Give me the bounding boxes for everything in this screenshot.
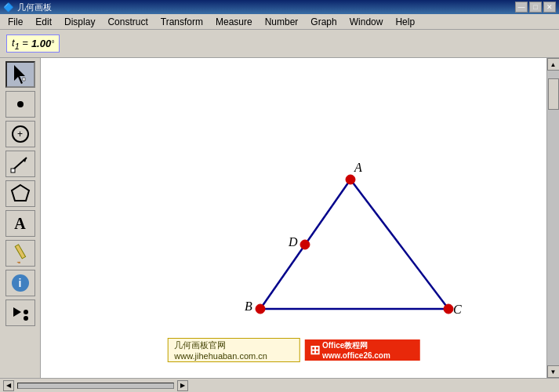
svg-point-9	[24, 310, 28, 314]
t1-parameter-box[interactable]: t1 = 1.00 °	[6, 34, 60, 53]
toolbar: t1 = 1.00 °	[0, 30, 559, 58]
status-bar: ◀ ▶	[0, 378, 559, 392]
t1-label: t1 =	[12, 37, 28, 51]
menu-bar: File Edit Display Construct Transform Me…	[0, 14, 559, 30]
svg-marker-0	[14, 65, 25, 84]
title-bar-controls[interactable]: — □ ✕	[515, 2, 556, 13]
canvas-area[interactable]: A B C D 几何画板官网www.jihehuaban.com.cn ⊞ Of…	[41, 58, 546, 378]
svg-marker-8	[13, 307, 21, 317]
menu-measure[interactable]: Measure	[209, 15, 259, 29]
horizontal-scroll-track[interactable]	[17, 383, 174, 389]
close-button[interactable]: ✕	[543, 2, 556, 13]
t1-unit: °	[51, 39, 54, 48]
menu-file[interactable]: File	[2, 15, 29, 29]
label-A: A	[354, 161, 362, 174]
title-bar: 🔷 几何画板 — □ ✕	[0, 0, 559, 14]
point-A[interactable]	[346, 175, 355, 184]
main-area: + A i	[0, 58, 559, 378]
menu-edit[interactable]: Edit	[29, 15, 58, 29]
menu-construct[interactable]: Construct	[101, 15, 154, 29]
svg-point-10	[24, 316, 28, 321]
point-icon	[17, 101, 24, 107]
menu-number[interactable]: Number	[259, 15, 305, 29]
compass-icon: +	[12, 125, 29, 143]
animate-icon	[10, 304, 31, 321]
geometry-svg: A B C D	[41, 58, 546, 378]
pencil-icon	[11, 243, 30, 263]
svg-rect-6	[15, 245, 25, 259]
select-tool[interactable]	[5, 61, 35, 88]
office-badge: ⊞ Office教程网 www.office26.com	[305, 339, 420, 361]
svg-marker-5	[12, 185, 29, 201]
info-tool[interactable]: i	[5, 270, 35, 296]
label-B: B	[245, 299, 252, 313]
menu-display[interactable]: Display	[58, 15, 101, 29]
menu-window[interactable]: Window	[343, 15, 390, 29]
scroll-thumb-right[interactable]	[548, 78, 559, 110]
right-scrollbar[interactable]: ▲ ▼	[546, 58, 559, 378]
svg-rect-4	[11, 169, 15, 172]
point-D[interactable]	[300, 240, 310, 249]
office-badge-text: Office教程网 www.office26.com	[322, 340, 416, 360]
maximize-button[interactable]: □	[529, 2, 542, 13]
left-toolbar: + A i	[0, 58, 41, 378]
animate-tool[interactable]	[5, 299, 35, 326]
pencil-tool[interactable]	[5, 240, 35, 267]
menu-transform[interactable]: Transform	[154, 15, 209, 29]
scroll-right-button[interactable]: ▶	[177, 380, 188, 391]
text-icon: A	[14, 215, 25, 233]
line-tool[interactable]	[5, 151, 35, 177]
title-text: 几何画板	[17, 2, 52, 13]
title-bar-left: 🔷 几何画板	[3, 2, 52, 13]
t1-value: 1.00	[31, 38, 51, 49]
scroll-up-button[interactable]: ▲	[547, 58, 560, 71]
label-C: C	[453, 303, 462, 316]
status-left: ◀ ▶	[3, 380, 188, 391]
scroll-down-button[interactable]: ▼	[547, 365, 560, 378]
point-B[interactable]	[256, 304, 265, 314]
svg-marker-7	[16, 260, 21, 263]
watermark-text: 几何画板官网www.jihehuaban.com.cn	[167, 338, 300, 362]
polygon-tool[interactable]	[5, 180, 35, 207]
compass-tool[interactable]: +	[5, 121, 35, 147]
point-C[interactable]	[444, 304, 453, 314]
scroll-left-button[interactable]: ◀	[3, 380, 14, 391]
svg-marker-1	[23, 78, 25, 81]
menu-graph[interactable]: Graph	[304, 15, 343, 29]
polygon-icon	[9, 183, 31, 205]
point-tool[interactable]	[5, 91, 35, 118]
app-icon: 🔷	[3, 2, 14, 13]
scroll-track-right[interactable]	[547, 71, 559, 365]
text-tool[interactable]: A	[5, 210, 35, 237]
line-AC	[350, 180, 448, 309]
line-icon	[9, 153, 31, 175]
label-D: D	[288, 235, 298, 249]
minimize-button[interactable]: —	[515, 2, 528, 13]
menu-help[interactable]: Help	[389, 15, 421, 29]
info-icon: i	[12, 274, 29, 292]
